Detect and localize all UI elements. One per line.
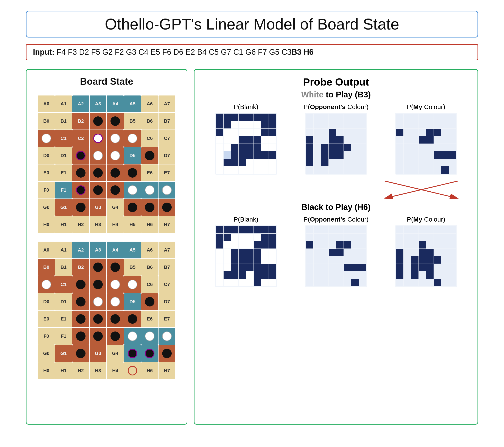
b2-cell-D4: [107, 293, 124, 310]
cell-F6: [141, 182, 158, 199]
black-to-play-label: Black to Play (H6): [203, 203, 469, 212]
cell-F5: [124, 182, 141, 199]
b2-cell-A6: A6: [141, 242, 158, 259]
white-label: White: [301, 90, 323, 99]
white-to-play-text: to Play (B3): [324, 90, 371, 99]
probe-grid-blank-white-wrap: [215, 113, 277, 175]
b2-cell-D3: [90, 293, 107, 310]
left-panel: Board State A0 A1 A2 A3 A4 A5 A6 A7 B0 B…: [26, 69, 187, 425]
cell-C4: [107, 130, 124, 147]
b2-cell-D1: D1: [55, 293, 72, 310]
cell-G7: [159, 199, 175, 216]
b2-cell-D2: [72, 293, 89, 310]
cell-G3: G3: [90, 199, 107, 216]
cell-H0: H0: [38, 216, 55, 233]
cell-B7: B7: [159, 113, 175, 130]
probe-grid-blank-black: [216, 226, 276, 286]
cell-G0: G0: [38, 199, 55, 216]
cell-D7: D7: [159, 147, 175, 164]
b2-cell-E6: E6: [141, 311, 158, 327]
b2-cell-A0: A0: [38, 242, 55, 259]
cell-F1: F1: [55, 182, 72, 199]
b2-cell-D7: D7: [159, 293, 175, 310]
b2-cell-B7: B7: [159, 259, 175, 276]
main-container: Othello-GPT's Linear Model of Board Stat…: [9, 11, 495, 425]
probe-grid-opp-black: [306, 226, 366, 286]
white-to-play-label: White to Play (B3): [203, 90, 469, 99]
b2-cell-H3: H3: [90, 362, 107, 379]
b2-cell-D6: [141, 293, 158, 310]
b2-cell-G7: [159, 345, 175, 362]
b2-cell-H0: H0: [38, 362, 55, 379]
probe-col-blank-white: P(Blank): [203, 103, 289, 175]
cell-C7: C7: [159, 130, 175, 147]
probe-grid-my-black-wrap: [395, 225, 457, 287]
probe-grid-blank-white: [216, 113, 276, 174]
b2-cell-H5: [124, 362, 141, 379]
cell-F7: [159, 182, 175, 199]
cell-E2: [72, 165, 89, 181]
b2-cell-A1: A1: [55, 242, 72, 259]
title-box: Othello-GPT's Linear Model of Board Stat…: [26, 11, 478, 37]
b2-cell-C2: [72, 276, 89, 293]
content-area: Board State A0 A1 A2 A3 A4 A5 A6 A7 B0 B…: [26, 69, 478, 425]
b2-cell-F0: F0: [38, 328, 55, 345]
b2-cell-H7: H7: [159, 362, 175, 379]
probe-grid-my-black: [396, 226, 456, 286]
b2-cell-E4: [107, 311, 124, 327]
cell-G6: [141, 199, 158, 216]
cell-H3: H3: [90, 216, 107, 233]
b2-cell-B1: B1: [55, 259, 72, 276]
b2-cell-E3: [90, 311, 107, 327]
probe-row-white: P(Blank): [203, 103, 469, 175]
cell-B3: [90, 113, 107, 130]
right-panel: Probe Output White to Play (B3) P(Blank): [194, 69, 478, 425]
cell-D1: D1: [55, 147, 72, 164]
probe-grid-my-white-wrap: [395, 113, 457, 175]
b2-cell-C5: [124, 276, 141, 293]
black-to-play-text: to Play (H6): [323, 203, 371, 212]
probe-output-title: Probe Output: [203, 76, 469, 88]
cell-G2: [72, 199, 89, 216]
cell-H2: H2: [72, 216, 89, 233]
cell-A3: A3: [90, 95, 107, 112]
b2-cell-H6: H6: [141, 362, 158, 379]
cell-A0: A0: [38, 95, 55, 112]
cell-D2: [72, 147, 89, 164]
probe-label-blank-black: P(Blank): [234, 216, 258, 223]
b2-cell-C4: [107, 276, 124, 293]
cell-D3: [90, 147, 107, 164]
b2-cell-E5: [124, 311, 141, 327]
cell-A5: A5: [124, 95, 141, 112]
cell-H7: H7: [159, 216, 175, 233]
probe-grid-blank-black-wrap: [215, 225, 277, 287]
b2-cell-G6: [141, 345, 158, 362]
cell-E7: E7: [159, 165, 175, 181]
probe-col-my-black: P(My Colour): [383, 216, 469, 287]
cell-B5: B5: [124, 113, 141, 130]
b2-cell-F1: F1: [55, 328, 72, 345]
cell-H4: H4: [107, 216, 124, 233]
probe-row-black: P(Blank): [203, 216, 469, 287]
probe-col-opp-black: P(Opponent's Colour): [293, 216, 379, 287]
cell-E3: [90, 165, 107, 181]
b2-cell-F7: [159, 328, 175, 345]
cell-D4: [107, 147, 124, 164]
b2-cell-E2: [72, 311, 89, 327]
cell-C0: [38, 130, 55, 147]
cell-G4: G4: [107, 199, 124, 216]
cell-B1: B1: [55, 113, 72, 130]
b2-cell-F4: [107, 328, 124, 345]
b2-cell-F5: [124, 328, 141, 345]
cell-C2: C2: [72, 130, 89, 147]
cell-F3: [90, 182, 107, 199]
b2-cell-F6: [141, 328, 158, 345]
probe-grid-my-white: [396, 113, 456, 174]
board-bottom: A0 A1 A2 A3 A4 A5 A6 A7 B0 B1 B2 B5 B6: [38, 242, 175, 379]
cell-C3: [90, 130, 107, 147]
probe-label-my-white: P(My Colour): [407, 103, 445, 111]
cell-D0: D0: [38, 147, 55, 164]
b2-cell-G5: [124, 345, 141, 362]
cell-E6: E6: [141, 165, 158, 181]
b2-cell-B5: B5: [124, 259, 141, 276]
